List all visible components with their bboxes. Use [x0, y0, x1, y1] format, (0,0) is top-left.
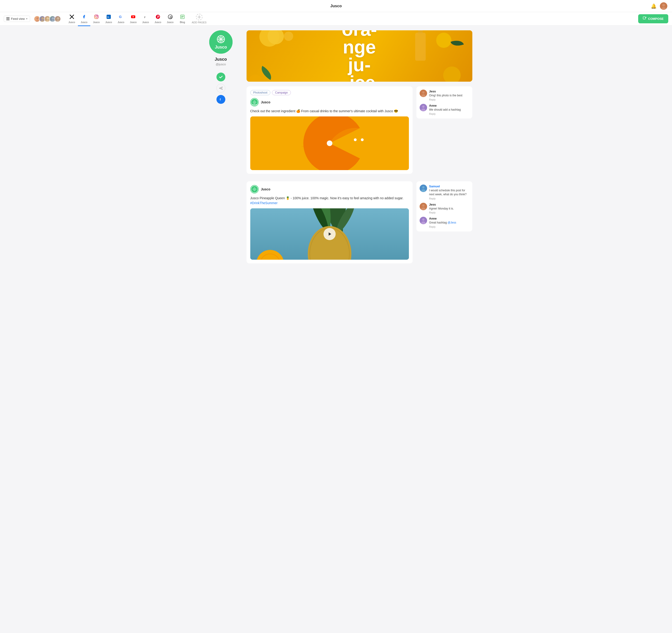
svg-text:♪: ♪	[144, 15, 146, 19]
reply-jess-1[interactable]: Reply	[429, 98, 469, 101]
chevron-down-icon: ▾	[26, 17, 27, 20]
check-icon	[219, 75, 223, 79]
cover-text-line2: nge	[342, 38, 377, 56]
x-icon	[69, 14, 75, 20]
nav-item-youtube[interactable]: Jusco	[127, 12, 140, 26]
compose-button[interactable]: COMPOSE	[638, 14, 668, 23]
topbar: Jusco 🔔	[0, 0, 672, 12]
svg-point-92	[422, 204, 425, 207]
cover-text-line4: -ice	[342, 74, 377, 82]
post-2-video[interactable]	[250, 208, 409, 260]
post-2-avatar	[250, 185, 259, 193]
nav-item-facebook[interactable]: f Jusco	[78, 12, 90, 26]
svg-point-1	[662, 4, 665, 6]
svg-point-13	[47, 17, 49, 20]
svg-text:Jusco: Jusco	[252, 103, 257, 105]
post-1-username: Jusco	[261, 100, 270, 104]
team-avatars[interactable]	[34, 16, 61, 22]
nav-item-blog[interactable]: Blog	[176, 12, 189, 26]
svg-point-70	[422, 106, 425, 108]
tiktok-icon: ♪	[142, 14, 149, 20]
reply-jess-2[interactable]: Reply	[429, 211, 469, 214]
svg-point-24	[95, 16, 97, 18]
comment-samuel-content: Samuel I would schedule this post for ne…	[429, 185, 469, 200]
comment-jess-2: Jess Agree! Monday it is. Reply	[419, 203, 469, 214]
check-button[interactable]	[216, 73, 225, 81]
svg-point-90	[421, 189, 426, 192]
compose-label: COMPOSE	[648, 17, 664, 21]
comment-text-anne-1: We should add a hashtag	[429, 108, 469, 112]
svg-rect-41	[197, 17, 201, 17]
nav-item-instagram[interactable]: Jusco	[90, 12, 103, 26]
post-card-2: Jusco Jusco Pineapple Queen 🍍 - 100% jui…	[246, 181, 413, 263]
nav-item-pinterest[interactable]: P Jusco	[152, 12, 164, 26]
add-pages-button[interactable]: ADD PAGES	[189, 12, 210, 26]
tag-photoshoot[interactable]: Photoshoot	[250, 90, 270, 95]
feed-column: ora- nge ju- -ice Photoshoot Campaign	[246, 30, 472, 271]
play-button[interactable]	[323, 228, 336, 240]
nav-label-tiktok: Jusco	[142, 21, 149, 24]
post-2-avatar-inner	[251, 186, 258, 192]
nav-item-x[interactable]: Jusco	[66, 12, 78, 26]
nav-item-tiktok[interactable]: ♪ Jusco	[140, 12, 152, 26]
commenter-avatar-anne-1	[419, 104, 427, 111]
svg-text:P: P	[157, 15, 159, 19]
mention-jess[interactable]: @Jess	[448, 221, 456, 224]
facebook-small-icon: f	[219, 97, 223, 101]
google-icon: G	[118, 14, 124, 20]
orange-slice-svg	[250, 116, 409, 170]
hashtag-drinkthesummer[interactable]: #DrinkTheSummer	[250, 201, 278, 205]
sidebar: Jusco Jusco @jusco f	[200, 30, 242, 271]
post-2-username: Jusco	[261, 187, 270, 191]
post-1-avatar: Jusco	[250, 98, 259, 107]
comment-anne-2: Anne Great hashtag @Jess Reply	[419, 217, 469, 228]
svg-point-7	[37, 17, 39, 20]
nav-item-linkedin[interactable]: in Jusco	[103, 12, 115, 26]
facebook-profile-button[interactable]: f	[216, 95, 225, 104]
feed-view-icon	[6, 17, 9, 21]
team-avatar-5[interactable]	[54, 16, 61, 22]
tag-campaign[interactable]: Campaign	[272, 90, 291, 95]
post-1-header: Jusco Jusco	[250, 98, 409, 107]
user-avatar-top[interactable]	[660, 2, 667, 10]
feed-view-label: Feed view	[11, 17, 25, 21]
bell-icon[interactable]: 🔔	[651, 3, 656, 9]
post-row-1: Photoshoot Campaign Jusco	[246, 86, 472, 178]
svg-point-71	[421, 109, 426, 111]
sidebar-actions: f	[216, 73, 225, 104]
svg-point-25	[97, 15, 98, 16]
post-2-header: Jusco	[250, 185, 409, 193]
svg-text:in: in	[107, 16, 109, 18]
main-layout: Jusco Jusco @jusco f	[196, 26, 476, 276]
cover-text: ora- nge ju- -ice	[342, 30, 377, 82]
comment-text-jess-2: Agree! Monday it is.	[429, 207, 469, 211]
reply-anne-1[interactable]: Reply	[429, 113, 469, 115]
brand-handle: @jusco	[216, 63, 226, 66]
linkedin-icon: in	[105, 14, 112, 20]
feed-view-selector[interactable]: Feed view ▾	[4, 16, 30, 22]
nav-item-google[interactable]: G Jusco	[115, 12, 127, 26]
post-1-tags: Photoshoot Campaign	[250, 90, 409, 95]
reply-anne-2[interactable]: Reply	[429, 226, 469, 228]
post-row-2: Jusco Jusco Pineapple Queen 🍍 - 100% jui…	[246, 181, 472, 267]
add-pages-icon	[196, 14, 202, 20]
comments-section-2: Samuel I would schedule this post for ne…	[416, 181, 472, 231]
threads-icon: @	[167, 14, 173, 20]
blog-icon	[179, 14, 186, 20]
post-1-image	[250, 116, 409, 170]
svg-text:Jusco: Jusco	[215, 45, 227, 49]
play-icon	[327, 232, 332, 236]
nav-item-threads[interactable]: @ Jusco	[164, 12, 176, 26]
brand-avatar: Jusco	[209, 30, 233, 54]
post-2-text: Jusco Pineapple Queen 🍍 - 100% juice. 10…	[250, 196, 409, 206]
svg-point-63	[327, 140, 332, 146]
nav-label-x: Jusco	[68, 21, 75, 24]
reply-samuel[interactable]: Reply	[429, 197, 469, 200]
nav-label-facebook: Jusco	[81, 21, 88, 24]
comment-jess-2-content: Jess Agree! Monday it is. Reply	[429, 203, 469, 214]
comment-anne-1-content: Anne We should add a hashtag Reply	[429, 104, 469, 115]
app-title: Jusco	[330, 4, 342, 8]
send-button[interactable]	[216, 84, 225, 93]
svg-point-93	[421, 207, 426, 210]
nav-label-youtube: Jusco	[130, 21, 137, 24]
